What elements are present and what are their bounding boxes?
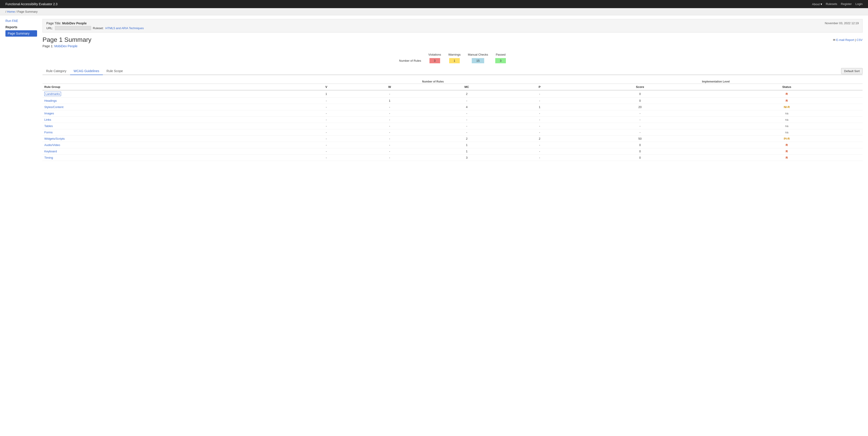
manual-checks-count: 15 <box>464 58 492 64</box>
page-title-prefix: Page Title: <box>46 22 61 25</box>
table-row: Links-----na <box>42 117 863 123</box>
rule-group-link[interactable]: Audio/Video <box>44 143 60 147</box>
rule-group-cell: Links <box>42 117 297 123</box>
email-report-link[interactable]: E-mail Report <box>836 38 854 41</box>
table-row: Audio/Video--1-0R <box>42 142 863 148</box>
status-badge: R <box>786 92 788 96</box>
num-rules-group-header: Number of Rules <box>297 79 569 84</box>
rule-group-link[interactable]: Styles/Content <box>44 105 64 109</box>
page-title: MobiDev People <box>62 22 87 25</box>
v-cell: 1 <box>297 90 356 98</box>
status-cell: R <box>711 98 863 104</box>
about-link[interactable]: About <box>812 2 819 6</box>
v-cell: - <box>297 98 356 104</box>
register-link[interactable]: Register <box>841 2 852 6</box>
status-badge: na <box>785 118 788 121</box>
tab-wcag-guidelines[interactable]: WCAG Guidelines <box>70 67 103 75</box>
rule-group-link[interactable]: Keyboard <box>44 150 57 153</box>
table-row: Widgets/Scripts--2250PI-R <box>42 135 863 142</box>
rule-group-cell: Landmarks <box>42 90 297 98</box>
status-cell: na <box>711 129 863 135</box>
rule-group-link[interactable]: Widgets/Scripts <box>44 137 65 141</box>
status-cell: na <box>711 123 863 129</box>
rule-group-link[interactable]: Timing <box>44 156 53 159</box>
passed-header: Passed <box>492 52 509 58</box>
mc-cell: 3 <box>423 155 510 161</box>
warnings-header: Warnings <box>445 52 464 58</box>
breadcrumb: / Home / Page Summary <box>0 8 868 15</box>
about-dropdown-icon: ▾ <box>820 2 822 6</box>
rule-group-link[interactable]: Images <box>44 112 54 115</box>
status-cell: R <box>711 148 863 155</box>
rules-table: Number of Rules Implementation Level Rul… <box>42 79 863 161</box>
w-cell: 1 <box>356 98 423 104</box>
status-badge: R <box>786 143 788 147</box>
stats-empty-header <box>396 52 425 58</box>
table-header-row: Rule Group V W MC P Score Status <box>42 84 863 90</box>
mc-cell: - <box>423 110 510 117</box>
run-fae-link[interactable]: Run FAE <box>5 19 37 23</box>
p-cell: 2 <box>510 135 569 142</box>
login-link[interactable]: Login <box>855 2 863 6</box>
status-cell: PI-R <box>711 135 863 142</box>
v-cell: - <box>297 148 356 155</box>
page-subtitle: Page 1: MobiDev People <box>42 44 863 48</box>
table-row: Keyboard--1-0R <box>42 148 863 155</box>
warnings-count: 1 <box>445 58 464 64</box>
main-layout: Run FAE Reports Page Summary Page Title:… <box>0 15 868 164</box>
rule-group-link[interactable]: Links <box>44 118 51 121</box>
sidebar-item-page-summary[interactable]: Page Summary <box>5 30 37 37</box>
p-cell: - <box>510 90 569 98</box>
w-cell: - <box>356 104 423 110</box>
rule-group-cell: Timing <box>42 155 297 161</box>
w-cell: - <box>356 90 423 98</box>
v-cell: - <box>297 110 356 117</box>
breadcrumb-home[interactable]: Home <box>7 10 15 13</box>
page-title-line: Page Title: MobiDev People <box>46 22 144 25</box>
w-cell: - <box>356 110 423 117</box>
rules-tbody: Landmarks1-2-0RHeadings-1--0RStyles/Cont… <box>42 90 863 161</box>
status-badge: PI-R <box>784 137 790 141</box>
table-row: Images-----na <box>42 110 863 117</box>
default-sort-button[interactable]: Default Sort <box>841 68 863 74</box>
rule-group-link[interactable]: Headings <box>44 99 57 102</box>
mc-cell: - <box>423 117 510 123</box>
stats-table: Violations Warnings Manual Checks Passed… <box>396 52 510 64</box>
rule-group-cell: Widgets/Scripts <box>42 135 297 142</box>
summary-actions: ✉ E-mail Report | CSV <box>833 38 863 41</box>
reports-label: Reports <box>5 25 37 29</box>
status-cell: R <box>711 155 863 161</box>
url-line: URL: Ruleset: HTML5 and ARIA Techniques <box>46 26 144 30</box>
page-header: Page Title: MobiDev People URL: Ruleset:… <box>42 19 863 33</box>
url-box <box>55 26 91 30</box>
mc-cell: 1 <box>423 148 510 155</box>
ruleset-link[interactable]: HTML5 and ARIA Techniques <box>105 26 144 30</box>
th-status: Status <box>711 84 863 90</box>
rule-group-link[interactable]: Landmarks <box>44 92 61 96</box>
rule-group-link[interactable]: Tables <box>44 124 53 128</box>
rule-group-link[interactable]: Forms <box>44 131 53 134</box>
csv-link[interactable]: CSV <box>857 38 863 41</box>
table-row: Timing--3-0R <box>42 155 863 161</box>
score-cell: 0 <box>569 142 711 148</box>
status-badge: na <box>785 124 788 128</box>
mc-cell: 1 <box>423 142 510 148</box>
tab-rule-scope[interactable]: Rule Scope <box>103 67 126 75</box>
th-v: V <box>297 84 356 90</box>
status-cell: R <box>711 142 863 148</box>
email-icon: ✉ <box>833 38 835 41</box>
status-cell: NI-R <box>711 104 863 110</box>
v-cell: - <box>297 129 356 135</box>
status-badge: na <box>785 112 788 115</box>
score-cell: 20 <box>569 104 711 110</box>
rule-group-cell: Audio/Video <box>42 142 297 148</box>
page-link[interactable]: MobiDev People <box>54 44 78 48</box>
score-cell: 0 <box>569 90 711 98</box>
url-prefix: URL: <box>46 26 53 30</box>
table-row: Landmarks1-2-0R <box>42 90 863 98</box>
mc-cell: - <box>423 98 510 104</box>
content: Page Title: MobiDev People URL: Ruleset:… <box>42 19 863 161</box>
tab-rule-category[interactable]: Rule Category <box>42 67 70 75</box>
p-cell: - <box>510 123 569 129</box>
rulesets-link[interactable]: Rulesets <box>826 2 837 6</box>
